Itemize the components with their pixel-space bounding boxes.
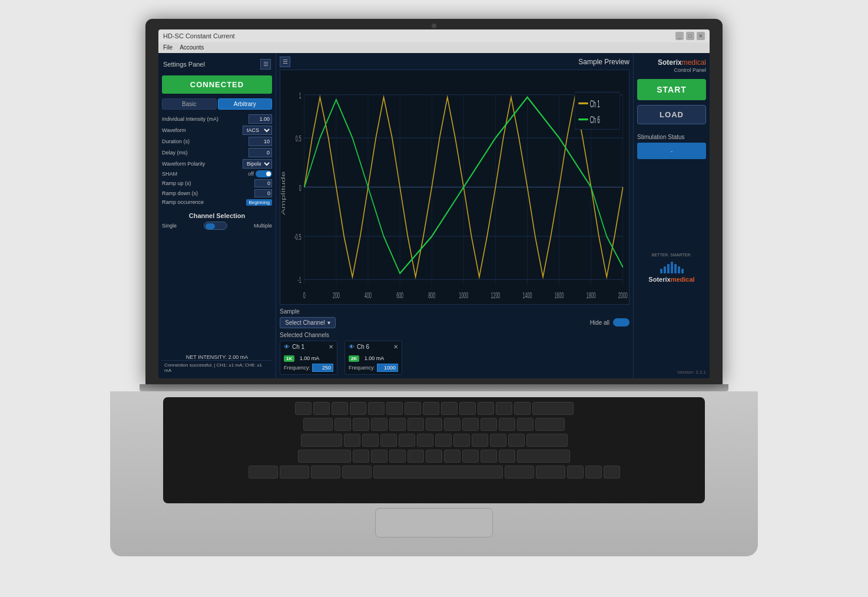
key[interactable] [526, 434, 568, 447]
fn-key[interactable] [280, 466, 309, 479]
ch6-eye-icon[interactable]: 👁 [349, 344, 355, 350]
close-btn[interactable]: ✕ [697, 32, 705, 40]
delay-input[interactable] [249, 148, 272, 157]
svg-text:600: 600 [396, 290, 403, 299]
ramp-up-input[interactable] [254, 179, 272, 187]
sham-label: SHAM [162, 171, 248, 177]
ch1-eye-icon[interactable]: 👁 [284, 344, 290, 350]
right-key[interactable] [604, 466, 620, 479]
key[interactable] [426, 418, 442, 431]
key[interactable] [481, 450, 497, 463]
ramp-occurrence-value: Beginning [246, 199, 272, 206]
key[interactable] [499, 450, 515, 463]
key[interactable] [353, 450, 369, 463]
key[interactable] [459, 402, 476, 415]
key[interactable] [423, 402, 439, 415]
key[interactable] [386, 402, 403, 415]
key[interactable] [453, 434, 470, 447]
maximize-btn[interactable]: □ [686, 32, 694, 40]
menu-file[interactable]: File [163, 44, 173, 51]
left-key[interactable] [567, 466, 584, 479]
preview-icon[interactable]: ☰ [280, 57, 290, 67]
menu-accounts[interactable]: Accounts [180, 44, 204, 51]
ch1-close-icon[interactable]: ✕ [329, 344, 333, 350]
key[interactable] [371, 418, 387, 431]
key[interactable] [353, 418, 369, 431]
ch1-freq-input[interactable] [312, 364, 333, 372]
key[interactable] [399, 434, 415, 447]
key[interactable] [490, 434, 506, 447]
sham-toggle[interactable] [256, 170, 272, 177]
minimize-btn[interactable]: _ [675, 32, 684, 40]
channel-mode-slider[interactable] [204, 222, 227, 230]
svg-text:1800: 1800 [587, 290, 596, 299]
select-channel-button[interactable]: Select Channel ▾ [280, 317, 336, 328]
key[interactable] [444, 418, 460, 431]
key[interactable] [435, 434, 452, 447]
key[interactable] [344, 434, 360, 447]
hide-all-toggle[interactable] [613, 318, 630, 326]
key[interactable] [472, 434, 488, 447]
win-key[interactable] [311, 466, 340, 479]
key[interactable] [532, 402, 574, 415]
key[interactable] [478, 402, 494, 415]
start-button[interactable]: START [637, 79, 706, 100]
key[interactable] [405, 402, 421, 415]
key[interactable] [313, 402, 330, 415]
settings-panel-icon[interactable]: ☰ [260, 59, 271, 70]
key[interactable] [499, 418, 515, 431]
key[interactable] [295, 402, 312, 415]
key[interactable] [332, 402, 348, 415]
key[interactable] [301, 434, 342, 447]
key[interactable] [481, 418, 497, 431]
key[interactable] [334, 418, 351, 431]
key[interactable] [380, 434, 397, 447]
polarity-select[interactable]: Bipola [243, 159, 272, 169]
key[interactable] [303, 418, 333, 431]
connected-button[interactable]: CONNECTED [162, 75, 272, 94]
alt-key[interactable] [342, 466, 372, 479]
shift-key-r[interactable] [517, 450, 570, 463]
key[interactable] [535, 418, 565, 431]
ch6-freq-input[interactable] [377, 364, 398, 372]
key[interactable] [362, 434, 379, 447]
key[interactable] [426, 450, 442, 463]
waveform-select[interactable]: tACS [243, 126, 272, 135]
key[interactable] [441, 402, 458, 415]
touchpad[interactable] [375, 508, 493, 537]
shift-key[interactable] [298, 450, 351, 463]
key[interactable] [514, 402, 531, 415]
key[interactable] [417, 434, 433, 447]
duration-input[interactable] [249, 137, 272, 146]
intensity-input[interactable] [249, 114, 272, 124]
tab-basic[interactable]: Basic [162, 98, 217, 110]
key[interactable] [389, 450, 406, 463]
key[interactable] [389, 418, 406, 431]
svg-text:0: 0 [299, 183, 302, 192]
space-key[interactable] [373, 466, 503, 479]
key[interactable] [517, 418, 534, 431]
key[interactable] [462, 418, 479, 431]
key[interactable] [462, 450, 479, 463]
ctrl-key[interactable] [249, 466, 278, 479]
channel-1-header: 👁 Ch 1 ✕ [284, 344, 333, 350]
settings-panel-header: Settings Panel ☰ [162, 57, 272, 72]
ramp-down-input[interactable] [254, 189, 272, 197]
ctrl-key-r[interactable] [536, 466, 565, 479]
key[interactable] [371, 450, 387, 463]
ch6-close-icon[interactable]: ✕ [393, 344, 398, 350]
key[interactable] [408, 450, 424, 463]
key[interactable] [350, 402, 366, 415]
key[interactable] [368, 402, 385, 415]
ch1-name: Ch 1 [292, 344, 304, 350]
alt-key-r[interactable] [505, 466, 534, 479]
key[interactable] [444, 450, 460, 463]
key[interactable] [508, 434, 525, 447]
key[interactable] [408, 418, 424, 431]
up-down-key[interactable] [585, 466, 602, 479]
selected-channels-label: Selected Channels [280, 332, 630, 338]
load-button[interactable]: LOAD [637, 105, 706, 124]
key[interactable] [496, 402, 512, 415]
tab-arbitrary[interactable]: Arbitrary [218, 98, 273, 110]
tabs-row: Basic Arbitrary [162, 98, 272, 110]
